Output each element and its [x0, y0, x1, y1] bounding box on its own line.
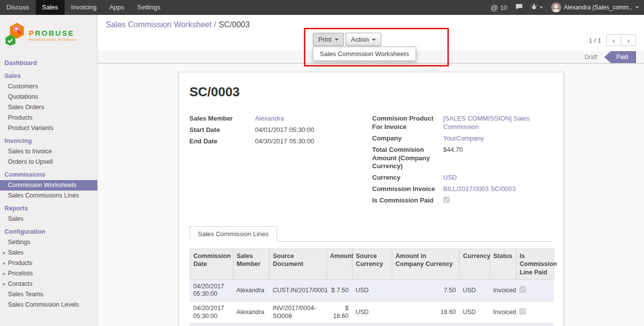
- field-label-start-date: Start Date: [190, 126, 255, 134]
- cell-source-document: CUST.IN/2017/0001: [269, 279, 326, 301]
- field-groups: Sales Member Alexandra Start Date 04/01/…: [190, 115, 553, 208]
- sidebar-item-config-products[interactable]: Products: [0, 258, 97, 268]
- sidebar-header-configuration[interactable]: Configuration: [0, 227, 97, 237]
- debug-menu-button[interactable]: [531, 3, 543, 11]
- cell-currency: USD: [459, 324, 490, 326]
- sidebar-item-sales-commission-levels[interactable]: Sales Commission Levels: [0, 300, 97, 310]
- sidebar-header-invoicing[interactable]: Invoicing: [0, 136, 97, 146]
- expand-arrow-icon: [3, 262, 5, 265]
- menu-discuss[interactable]: Discuss: [0, 0, 36, 15]
- field-value-sales-member[interactable]: Alexandra: [255, 115, 372, 123]
- breadcrumb-separator: /: [214, 20, 216, 29]
- app-menus: Discuss Sales Invoicing Apps Settings: [0, 0, 167, 15]
- cell-status: Invoiced: [490, 302, 516, 324]
- pager-buttons: ‹ ›: [606, 34, 636, 46]
- column-header-source-document[interactable]: Source Document: [269, 249, 326, 280]
- sidebar-item-config-sales[interactable]: Sales: [0, 248, 97, 258]
- sidebar-item-orders-to-upsell[interactable]: Orders to Upsell: [0, 157, 97, 167]
- column-header-sales-member[interactable]: Sales Member: [233, 249, 269, 280]
- sidebar-item-sales-teams[interactable]: Sales Teams: [0, 289, 97, 300]
- sidebar-item-sales-commissions-lines[interactable]: Sales Commissions Lines: [0, 191, 97, 201]
- sidebar-header-reports[interactable]: Reports: [0, 203, 97, 214]
- field-label-total-commission: Total Commision Amount (Company Currency…: [372, 146, 443, 171]
- field-value-start-date: 04/01/2017 05:30:00: [255, 126, 372, 134]
- field-value-company[interactable]: YourCompany: [443, 134, 553, 143]
- status-draft[interactable]: Draft: [577, 51, 604, 63]
- sidebar-header-sales[interactable]: Sales: [0, 71, 97, 81]
- status-paid[interactable]: Paid: [604, 51, 636, 63]
- avatar: [551, 2, 561, 12]
- user-name: Alexandra (Sales_comm..: [564, 4, 632, 11]
- line-paid-checkbox[interactable]: [519, 286, 526, 293]
- menu-invoicing[interactable]: Invoicing: [65, 0, 103, 15]
- column-header-is-commission-line-paid[interactable]: Is Commission Line Paid: [516, 249, 554, 280]
- menu-apps[interactable]: Apps: [103, 0, 131, 15]
- probuse-logo[interactable]: PROBUSE PROFESSIONAL BUSINESS: [0, 15, 97, 56]
- pager-previous-button[interactable]: ‹: [606, 34, 621, 46]
- column-header-currency[interactable]: Currency: [459, 249, 490, 280]
- table-row[interactable]: 04/20/2017 10:35:53 Alexandra SO008 $ 18…: [190, 324, 554, 326]
- sidebar-item-quotations[interactable]: Quotations: [0, 92, 97, 102]
- cell-commission-date: 04/20/2017 10:35:53: [190, 324, 233, 326]
- tab-sales-commission-lines[interactable]: Sales Commission Lines: [190, 226, 277, 242]
- field-value-currency[interactable]: USD: [443, 174, 553, 182]
- sidebar-item-product-variants[interactable]: Product Variants: [0, 123, 97, 133]
- field-value-total-commission: $44.70: [443, 146, 553, 154]
- print-dropdown-menu: Sales Commission Worksheets: [313, 47, 416, 61]
- field-label-sales-member: Sales Member: [190, 115, 255, 123]
- sidebar-item-sales-orders[interactable]: Sales Orders: [0, 102, 97, 113]
- print-button[interactable]: Print: [313, 33, 344, 46]
- column-header-commission-date[interactable]: Commission Date: [190, 249, 233, 280]
- cell-amount: $ 18.60: [326, 302, 352, 324]
- chevron-down-icon: [335, 39, 339, 41]
- dropdown-item-sales-commission-worksheets[interactable]: Sales Commission Worksheets: [313, 47, 416, 61]
- menu-settings[interactable]: Settings: [131, 0, 167, 15]
- action-button-group: Print Action: [313, 33, 381, 46]
- sidebar-item-reports-sales[interactable]: Sales: [0, 214, 97, 224]
- sidebar-item-config-pricelists[interactable]: Pricelists: [0, 268, 97, 279]
- sidebar-item-label: Sales: [8, 248, 23, 258]
- top-navbar: Discuss Sales Invoicing Apps Settings @ …: [0, 0, 644, 15]
- sidebar-item-commission-worksheets[interactable]: Commission Worksheets: [0, 180, 97, 191]
- tab-bar: Sales Commission Lines: [190, 226, 553, 242]
- user-menu[interactable]: Alexandra (Sales_comm..: [551, 2, 639, 12]
- column-header-amount-company-currency[interactable]: Amount in Company Currency: [392, 249, 459, 280]
- topbar-right: @ 10: [491, 0, 644, 15]
- cell-sales-member: Alexandra: [233, 302, 269, 324]
- sidebar-item-label: Contacts: [8, 279, 32, 289]
- cell-amount: $ 18.60: [326, 324, 352, 326]
- menu-sales[interactable]: Sales: [36, 0, 65, 15]
- messages-button[interactable]: [515, 3, 523, 11]
- cell-line-paid: [516, 279, 554, 301]
- cell-amount: $ 7.50: [326, 279, 352, 301]
- action-button-label: Action: [351, 36, 369, 43]
- sidebar-item-settings[interactable]: Settings: [0, 237, 97, 248]
- sidebar-header-commissions[interactable]: Commissions: [0, 170, 97, 180]
- column-header-source-currency[interactable]: Source Currency: [352, 249, 392, 280]
- column-header-status[interactable]: Status: [490, 249, 516, 280]
- table-row[interactable]: 04/20/2017 05:30:00 Alexandra CUST.IN/20…: [190, 279, 554, 301]
- field-label-end-date: End Date: [190, 137, 255, 146]
- mention-count: 10: [500, 4, 507, 11]
- action-button[interactable]: Action: [346, 33, 381, 46]
- sidebar-item-customers[interactable]: Customers: [0, 81, 97, 92]
- sidebar-item-products[interactable]: Products: [0, 113, 97, 123]
- print-button-label: Print: [318, 36, 332, 43]
- line-paid-checkbox[interactable]: [519, 308, 526, 315]
- field-value-commission-product[interactable]: [SALES COMMISSION] Sales Commission: [443, 115, 553, 131]
- cell-commission-date: 04/20/2017 05:30:00: [190, 302, 233, 324]
- cell-commission-date: 04/20/2017 05:30:00: [190, 279, 233, 301]
- sidebar-item-sales-to-invoice[interactable]: Sales to Invoice: [0, 146, 97, 157]
- table-row[interactable]: 04/20/2017 05:30:00 Alexandra INV/2017/0…: [190, 302, 554, 324]
- chevron-down-icon: [539, 6, 543, 8]
- breadcrumb-parent-link[interactable]: Sales Commission Worksheet: [106, 20, 212, 29]
- field-value-commission-invoice[interactable]: BILL/2017/0003 SC/0003: [443, 185, 553, 194]
- pager-next-button[interactable]: ›: [621, 34, 636, 46]
- mentions-button[interactable]: @ 10: [491, 3, 507, 12]
- chevron-down-icon: [635, 6, 639, 8]
- logo-subtitle: PROFESSIONAL BUSINESS: [29, 38, 76, 41]
- sidebar-item-dashboard[interactable]: Dashboard: [0, 58, 97, 68]
- is-commission-paid-checkbox[interactable]: [443, 196, 450, 203]
- sidebar-item-config-contacts[interactable]: Contacts: [0, 279, 97, 289]
- column-header-amount[interactable]: Amount: [326, 249, 352, 280]
